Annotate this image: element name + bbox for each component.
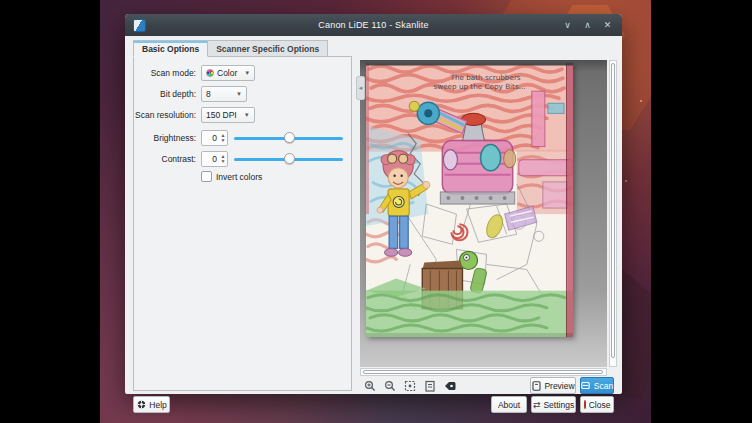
chevron-down-icon: ▼ bbox=[240, 70, 250, 76]
brightness-slider[interactable] bbox=[234, 131, 343, 145]
spinbox-arrows[interactable]: ▲▼ bbox=[219, 154, 227, 164]
bit-depth-value: 8 bbox=[206, 89, 211, 99]
preview-button[interactable]: Preview bbox=[530, 377, 576, 394]
settings-button[interactable]: ⇄ Settings bbox=[531, 396, 576, 413]
bit-depth-label: Bit depth: bbox=[134, 89, 196, 99]
drawing-caption-line2: sweep up the Copy Bits... bbox=[433, 82, 525, 91]
settings-arrows-icon: ⇄ bbox=[533, 400, 541, 410]
scan-preview-area[interactable]: The bath scrubbers sweep up the Copy Bit… bbox=[360, 60, 607, 367]
invert-colors-row: Invert colors bbox=[201, 171, 351, 182]
contrast-spinbox[interactable]: 0 ▲▼ bbox=[201, 151, 228, 167]
clear-selections-icon[interactable] bbox=[443, 379, 456, 392]
brightness-value: 0 bbox=[202, 133, 219, 143]
about-button[interactable]: About bbox=[491, 396, 527, 413]
hscroll-thumb[interactable] bbox=[363, 370, 603, 374]
window-title: Canon LiDE 110 - Skanlite bbox=[125, 20, 622, 30]
options-tabbar: Basic Options Scanner Specific Options bbox=[133, 40, 328, 57]
contrast-value: 0 bbox=[202, 154, 219, 164]
scan-button[interactable]: Scan bbox=[580, 377, 614, 394]
slider-handle[interactable] bbox=[284, 153, 295, 164]
scan-mode-label: Scan mode: bbox=[134, 68, 196, 78]
brightness-spinbox[interactable]: 0 ▲▼ bbox=[201, 130, 228, 146]
scan-mode-combobox[interactable]: Color ▼ bbox=[201, 65, 255, 81]
window-content: Basic Options Scanner Specific Options S… bbox=[125, 36, 622, 394]
scanner-icon bbox=[581, 381, 591, 391]
scan-resolution-label: Scan resolution: bbox=[134, 110, 196, 120]
brightness-row: Brightness: 0 ▲▼ bbox=[134, 129, 345, 146]
basic-options-panel: Scan mode: Color ▼ Bit depth: 8 ▼ Scan bbox=[133, 56, 352, 391]
scan-resolution-combobox[interactable]: 150 DPI ▼ bbox=[201, 107, 255, 123]
bit-depth-row: Bit depth: 8 ▼ bbox=[134, 85, 345, 102]
scanned-drawing: The bath scrubbers sweep up the Copy Bit… bbox=[366, 63, 573, 337]
help-button[interactable]: Help bbox=[133, 396, 170, 413]
zoom-out-icon[interactable] bbox=[383, 379, 396, 392]
scan-resolution-row: Scan resolution: 150 DPI ▼ bbox=[134, 106, 345, 123]
preview-document-icon bbox=[531, 381, 541, 391]
desktop: Canon LiDE 110 - Skanlite ∨ ∧ ✕ Basic Op… bbox=[0, 0, 752, 423]
invert-colors-checkbox[interactable] bbox=[201, 171, 212, 182]
close-button[interactable]: Close bbox=[580, 396, 614, 413]
close-icon bbox=[584, 400, 586, 409]
slider-handle[interactable] bbox=[284, 132, 295, 143]
bit-depth-combobox[interactable]: 8 ▼ bbox=[201, 86, 247, 102]
contrast-label: Contrast: bbox=[134, 154, 196, 164]
drawing-caption-line1: The bath scrubbers bbox=[450, 73, 521, 82]
preview-horizontal-scrollbar[interactable] bbox=[360, 368, 607, 376]
help-icon bbox=[136, 400, 146, 410]
scan-mode-row: Scan mode: Color ▼ bbox=[134, 64, 345, 81]
drawing-svg: The bath scrubbers sweep up the Copy Bit… bbox=[366, 63, 573, 337]
zoom-to-fit-icon[interactable] bbox=[423, 379, 436, 392]
chevron-down-icon: ▼ bbox=[240, 112, 250, 118]
tab-scanner-specific-options[interactable]: Scanner Specific Options bbox=[208, 40, 328, 57]
spinbox-arrows[interactable]: ▲▼ bbox=[219, 133, 227, 143]
skanlite-window: Canon LiDE 110 - Skanlite ∨ ∧ ✕ Basic Op… bbox=[125, 14, 622, 394]
preview-vertical-scrollbar[interactable] bbox=[609, 60, 617, 367]
zoom-to-selection-icon[interactable] bbox=[403, 379, 416, 392]
tab-basic-options[interactable]: Basic Options bbox=[133, 40, 208, 57]
contrast-row: Contrast: 0 ▲▼ bbox=[134, 150, 345, 167]
preview-toolbar bbox=[363, 379, 456, 392]
brightness-label: Brightness: bbox=[134, 133, 196, 143]
contrast-slider[interactable] bbox=[234, 152, 343, 166]
color-wheel-icon bbox=[206, 69, 214, 77]
scan-resolution-value: 150 DPI bbox=[206, 110, 237, 120]
chevron-down-icon: ▼ bbox=[232, 91, 242, 97]
scan-mode-value: Color bbox=[217, 68, 237, 78]
titlebar[interactable]: Canon LiDE 110 - Skanlite ∨ ∧ ✕ bbox=[125, 14, 622, 36]
splitter-collapse-handle[interactable]: ◂ bbox=[356, 76, 365, 100]
invert-colors-label: Invert colors bbox=[216, 172, 262, 182]
vscroll-thumb[interactable] bbox=[611, 63, 615, 358]
zoom-in-icon[interactable] bbox=[363, 379, 376, 392]
